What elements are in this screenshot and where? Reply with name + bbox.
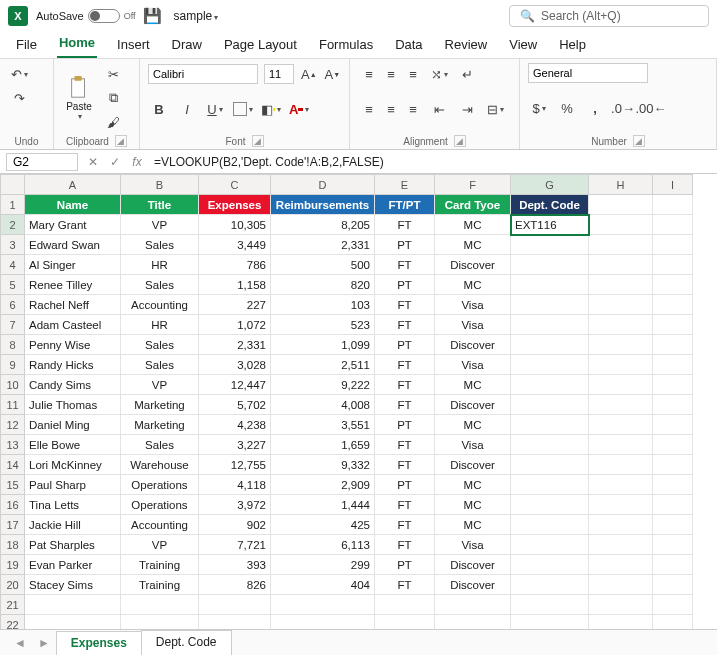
cell-F22[interactable] [435,615,511,630]
cell-A7[interactable]: Adam Casteel [25,315,121,335]
cell-I22[interactable] [653,615,693,630]
header-cell-A[interactable]: Name [25,195,121,215]
decrease-font-button[interactable]: A▼ [324,63,342,85]
cell-I18[interactable] [653,535,693,555]
row-header-7[interactable]: 7 [1,315,25,335]
copy-button[interactable]: ⧉ [102,87,124,109]
cell-B18[interactable]: VP [121,535,199,555]
row-header-17[interactable]: 17 [1,515,25,535]
align-left-button[interactable]: ≡ [358,98,380,120]
cell-C21[interactable] [199,595,271,615]
clipboard-dialog-launcher[interactable]: ◢ [115,135,127,147]
cell-A18[interactable]: Pat Sharples [25,535,121,555]
header-cell-B[interactable]: Title [121,195,199,215]
cell-G14[interactable] [511,455,589,475]
header-cell-H[interactable] [589,195,653,215]
row-header-20[interactable]: 20 [1,575,25,595]
tab-view[interactable]: View [507,33,539,58]
cell-G11[interactable] [511,395,589,415]
increase-decimal-button[interactable]: .0→ [612,97,634,119]
cell-I9[interactable] [653,355,693,375]
save-icon[interactable]: 💾 [144,7,162,25]
decrease-decimal-button[interactable]: .00← [640,97,662,119]
cell-E10[interactable]: FT [375,375,435,395]
cell-F12[interactable]: MC [435,415,511,435]
formula-cancel-icon[interactable]: ✕ [84,155,102,169]
cell-I16[interactable] [653,495,693,515]
tab-data[interactable]: Data [393,33,424,58]
cell-F16[interactable]: MC [435,495,511,515]
cell-G19[interactable] [511,555,589,575]
cell-C19[interactable]: 393 [199,555,271,575]
cell-F8[interactable]: Discover [435,335,511,355]
cell-G20[interactable] [511,575,589,595]
row-header-21[interactable]: 21 [1,595,25,615]
cell-F14[interactable]: Discover [435,455,511,475]
row-header-14[interactable]: 14 [1,455,25,475]
align-right-button[interactable]: ≡ [402,98,424,120]
cell-G2[interactable]: EXT116 [511,215,589,235]
cell-A6[interactable]: Rachel Neff [25,295,121,315]
redo-button[interactable]: ↷ [8,87,30,109]
cut-button[interactable]: ✂ [102,63,124,85]
cell-B15[interactable]: Operations [121,475,199,495]
row-header-1[interactable]: 1 [1,195,25,215]
cell-A21[interactable] [25,595,121,615]
cell-A10[interactable]: Candy Sims [25,375,121,395]
cell-H13[interactable] [589,435,653,455]
cell-D10[interactable]: 9,222 [271,375,375,395]
header-cell-G[interactable]: Dept. Code [511,195,589,215]
number-format-select[interactable] [528,63,648,83]
cell-H5[interactable] [589,275,653,295]
cell-B11[interactable]: Marketing [121,395,199,415]
cell-E21[interactable] [375,595,435,615]
cell-C4[interactable]: 786 [199,255,271,275]
row-header-4[interactable]: 4 [1,255,25,275]
cell-E12[interactable]: PT [375,415,435,435]
cell-D18[interactable]: 6,113 [271,535,375,555]
tab-page-layout[interactable]: Page Layout [222,33,299,58]
increase-font-button[interactable]: A▲ [300,63,318,85]
percent-format-button[interactable]: % [556,97,578,119]
paste-button[interactable]: Paste [62,75,96,121]
toggle-off-icon[interactable] [88,9,120,23]
cell-I15[interactable] [653,475,693,495]
cell-F9[interactable]: Visa [435,355,511,375]
cell-H22[interactable] [589,615,653,630]
cell-D16[interactable]: 1,444 [271,495,375,515]
cell-C11[interactable]: 5,702 [199,395,271,415]
cell-G21[interactable] [511,595,589,615]
increase-indent-button[interactable]: ⇥ [456,98,478,120]
cell-F2[interactable]: MC [435,215,511,235]
cell-H7[interactable] [589,315,653,335]
header-cell-D[interactable]: Reimbursements [271,195,375,215]
format-painter-button[interactable]: 🖌 [102,111,124,133]
row-header-12[interactable]: 12 [1,415,25,435]
font-dialog-launcher[interactable]: ◢ [252,135,264,147]
cell-B12[interactable]: Marketing [121,415,199,435]
cell-D6[interactable]: 103 [271,295,375,315]
cell-E3[interactable]: PT [375,235,435,255]
sheet-tab-dept. code[interactable]: Dept. Code [141,630,232,655]
autosave-toggle[interactable]: AutoSave Off [36,9,136,23]
cell-E4[interactable]: FT [375,255,435,275]
cell-C14[interactable]: 12,755 [199,455,271,475]
cell-D14[interactable]: 9,332 [271,455,375,475]
cell-I8[interactable] [653,335,693,355]
cell-D22[interactable] [271,615,375,630]
tab-insert[interactable]: Insert [115,33,152,58]
cell-C8[interactable]: 2,331 [199,335,271,355]
cell-B5[interactable]: Sales [121,275,199,295]
cell-H17[interactable] [589,515,653,535]
cell-A20[interactable]: Stacey Sims [25,575,121,595]
col-header-D[interactable]: D [271,175,375,195]
borders-button[interactable] [232,98,254,120]
cell-F6[interactable]: Visa [435,295,511,315]
cell-I13[interactable] [653,435,693,455]
cell-F4[interactable]: Discover [435,255,511,275]
cell-D8[interactable]: 1,099 [271,335,375,355]
cell-F17[interactable]: MC [435,515,511,535]
cell-I14[interactable] [653,455,693,475]
cell-A9[interactable]: Randy Hicks [25,355,121,375]
cell-B9[interactable]: Sales [121,355,199,375]
